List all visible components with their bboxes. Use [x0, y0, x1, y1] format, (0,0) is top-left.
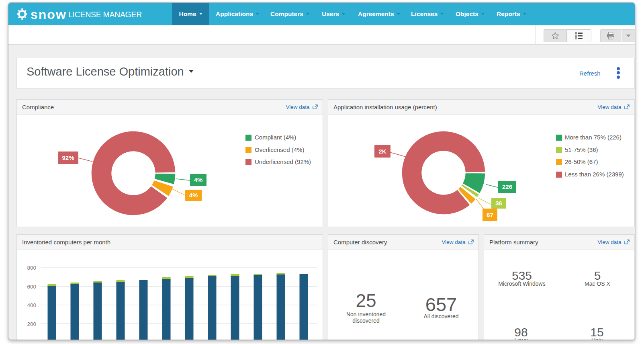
svg-text:800: 800	[27, 265, 36, 271]
svg-text:400: 400	[27, 302, 36, 308]
svg-text:200: 200	[27, 321, 36, 327]
svg-text:0: 0	[33, 339, 36, 340]
svg-text:600: 600	[27, 284, 36, 290]
